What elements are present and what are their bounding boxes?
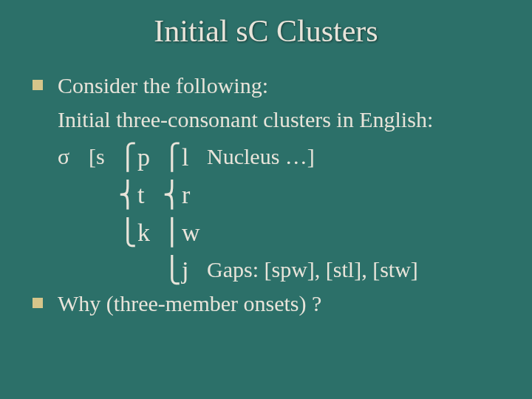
rest-cell: Nucleus …] xyxy=(207,140,502,173)
table-row: ⎨t ⎨r xyxy=(58,174,502,212)
c2-cell: ⎨r xyxy=(163,174,207,212)
sigma-label: σ xyxy=(58,140,89,173)
bullet-item-1: Consider the following: xyxy=(33,69,502,102)
slide-title: Initial sC Clusters xyxy=(30,13,502,49)
c1-cell: ⎨t xyxy=(118,174,163,212)
c2-cell: ⎧l xyxy=(163,137,207,174)
open-bracket: [s xyxy=(89,140,118,173)
bullet1-line1: Consider the following: xyxy=(58,69,502,102)
c1-cell: ⎩k xyxy=(118,212,163,250)
bullet-icon xyxy=(33,80,43,90)
bullet1-line2-row: Initial three-consonant clusters in Engl… xyxy=(33,103,502,136)
table-row: σ [s ⎧p ⎧l Nucleus …] xyxy=(58,137,502,174)
table-row: ⎩k ⎪w xyxy=(58,212,502,250)
c2-cell: ⎩j xyxy=(163,250,207,287)
rest-cell: Gaps: [spw], [stl], [stw] xyxy=(207,253,502,286)
bullet1-line2: Initial three-consonant clusters in Engl… xyxy=(58,103,502,136)
bullet-icon xyxy=(33,298,43,308)
table-row: ⎩j Gaps: [spw], [stl], [stw] xyxy=(58,250,502,287)
slide: Initial sC Clusters Consider the followi… xyxy=(0,0,532,399)
bullet2-text: Why (three-member onsets) ? xyxy=(58,287,502,320)
cluster-table: σ [s ⎧p ⎧l Nucleus …] ⎨t ⎨r ⎩k ⎪w xyxy=(33,137,502,287)
slide-body: Consider the following: Initial three-co… xyxy=(30,69,502,320)
c1-cell: ⎧p xyxy=(118,137,163,174)
c2-cell: ⎪w xyxy=(163,212,207,250)
bullet-item-2: Why (three-member onsets) ? xyxy=(33,287,502,320)
